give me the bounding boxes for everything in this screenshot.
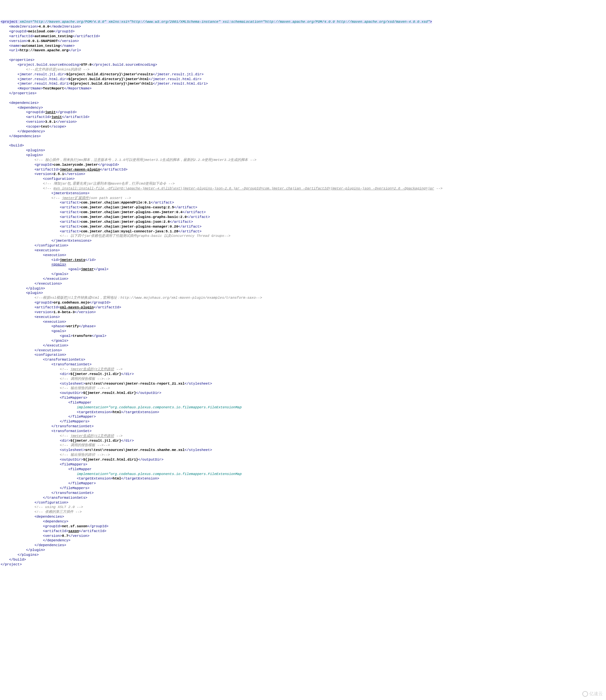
xml-code-block: <project xmlns="http://maven.apache.org/… (1, 20, 605, 567)
